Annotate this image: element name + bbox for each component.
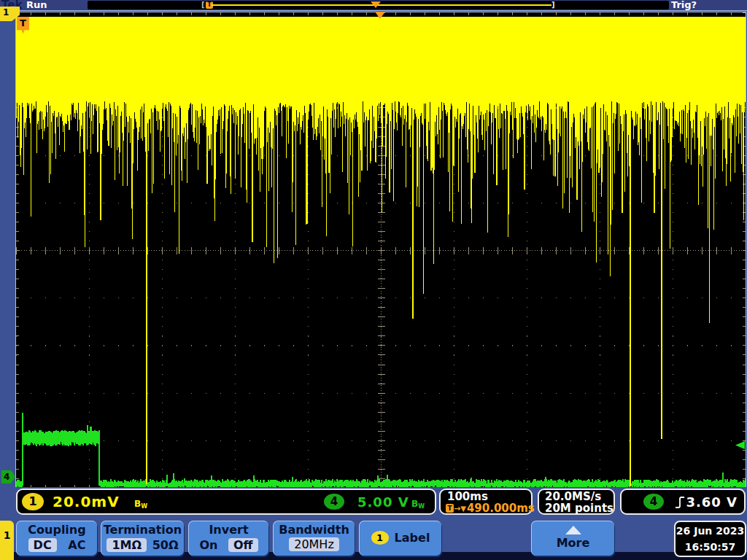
invert-option-off[interactable]: Off [228,538,258,552]
arrow-right-icon: → [454,504,460,513]
oscilloscope-screen: Tek Run [ T ] Trig? 1 T 4 1 20.0mV BW 4 … [0,0,747,560]
ch1-scale-readout: 20.0mV [53,493,120,510]
horizontal-readout-box[interactable]: 100ms T→▼490.000ms [439,489,533,515]
channel-menu-tab[interactable]: 1 [0,521,14,560]
termination-option-50[interactable]: 50Ω [152,538,179,552]
top-bar: Tek Run [ T ] Trig? [0,0,747,10]
delay-value: 490.000ms [467,502,535,515]
termination-option-1m[interactable]: 1MΩ [107,538,147,552]
waveform-display[interactable]: 1 T 4 [0,10,747,487]
ch4-badge[interactable]: 4 [324,494,344,510]
termination-button[interactable]: Termination 1MΩ 50Ω [101,521,184,556]
acquisition-status: Run [26,0,47,10]
waveform-svg [16,12,746,488]
status-bar: 1 20.0mV BW 4 5.00 V BW 100ms T→▼490.000… [0,487,747,519]
label-channel-badge: 1 [371,531,389,545]
label-button[interactable]: 1 Label [359,521,441,556]
record-view-bar[interactable]: [ T ] [88,1,669,9]
graticule-area[interactable] [15,12,746,488]
delay-position-triangle-icon[interactable] [375,12,385,19]
triangle-down-icon: ▼ [460,505,466,513]
record-length-readout: 20M points [545,502,614,515]
record-bracket-left-icon: [ [201,1,205,9]
ch4-scale-readout: 5.00 V [357,494,409,510]
label-title: Label [395,531,430,545]
menu-bar: 1 Coupling DC AC Termination 1MΩ 50Ω Inv… [0,519,747,560]
more-title: More [557,536,590,550]
vertical-readout-box[interactable]: 1 20.0mV BW 4 5.00 V BW [16,489,436,515]
trigger-level-readout: 3.60 V [686,494,738,510]
date-readout: 26 Jun 2023 [676,523,745,539]
record-bracket-right-icon: ] [551,1,555,9]
record-delay-triangle-icon[interactable] [371,1,381,8]
coupling-title: Coupling [28,523,85,537]
delay-readout: T→▼490.000ms [446,502,535,515]
bandwidth-value[interactable]: 20MHz [289,537,339,551]
rising-edge-icon [674,495,686,510]
trigger-status: Trig? [671,0,697,10]
record-window-line [212,4,551,6]
delay-trigger-icon: T [446,504,454,513]
more-button[interactable]: More [531,521,614,556]
ch4-ground-marker[interactable]: 4 [1,470,15,483]
bandwidth-button[interactable]: Bandwidth 20MHz [273,521,355,556]
invert-title: Invert [209,523,248,537]
invert-option-on[interactable]: On [199,538,217,552]
invert-button[interactable]: Invert On Off [188,521,268,556]
more-up-icon [565,526,581,534]
acquisition-readout-box[interactable]: 20.0MS/s 20M points [538,489,615,515]
trigger-readout-box[interactable]: 4 3.60 V [620,489,746,515]
coupling-option-dc[interactable]: DC [28,538,57,552]
ch1-bandwidth-limit-icon: BW [134,496,147,510]
ch1-badge[interactable]: 1 [22,493,44,510]
trigger-source-badge[interactable]: 4 [643,494,664,510]
datetime-box: 26 Jun 2023 16:50:57 [674,521,746,557]
ch4-bandwidth-limit-icon: BW [411,496,425,510]
bandwidth-title: Bandwidth [279,523,349,537]
coupling-button[interactable]: Coupling DC AC [16,521,97,556]
time-readout: 16:50:57 [676,539,745,555]
termination-title: Termination [104,523,182,537]
coupling-option-ac[interactable]: AC [68,538,85,552]
